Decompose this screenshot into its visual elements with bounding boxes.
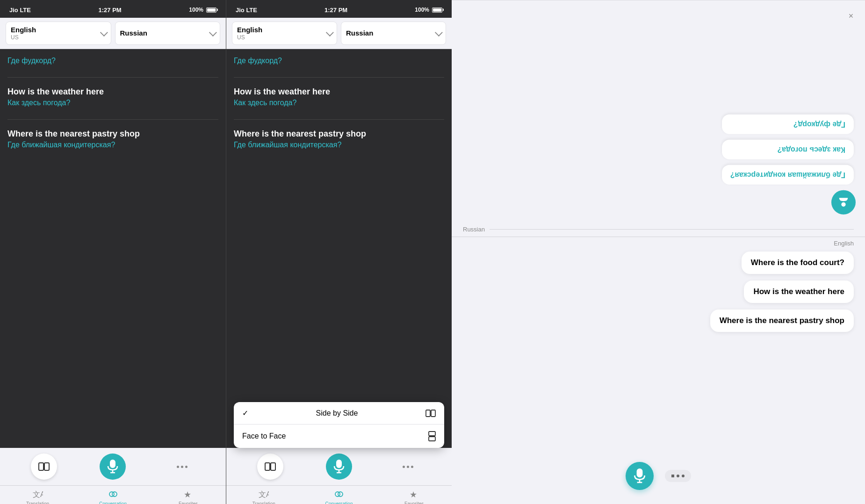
svg-rect-12 <box>429 437 435 441</box>
status-bar-1: Jio LTE 1:27 PM 100% <box>0 0 226 18</box>
tab-translation-label-1: Translation <box>26 501 49 504</box>
svg-rect-11 <box>429 432 435 436</box>
tab-bar-2: 文A Translation Conversation ★ Favorites <box>226 485 452 504</box>
close-button[interactable]: × <box>844 9 858 22</box>
svg-point-20 <box>338 492 343 497</box>
tab-favorites-2[interactable]: ★ Favorites <box>376 489 452 504</box>
lang-to-name-2: Russian <box>346 29 432 37</box>
english-bubble-2: How is the weather here <box>744 281 854 303</box>
msg-block-2-2: Where is the nearest pastry shop Где бли… <box>234 129 444 161</box>
status-left-1: Jio LTE <box>9 7 31 14</box>
favorites-icon-1: ★ <box>183 489 194 500</box>
translation-icon-2: 文A <box>258 489 269 500</box>
svg-rect-13 <box>265 463 270 470</box>
russian-label: Russian <box>463 226 485 233</box>
face-to-face-icon <box>428 431 436 441</box>
side-by-side-icon <box>425 410 436 417</box>
dot3 <box>682 475 685 477</box>
face-to-face-panel: × Где ближайшая кондитерская? Как здесь … <box>452 0 865 504</box>
popup-item-face-to-face[interactable]: Face to Face <box>234 425 444 448</box>
msg-russian-2-0: Где фудкорд? <box>234 57 444 65</box>
svg-text:★: ★ <box>184 490 191 499</box>
mic-button-face[interactable] <box>626 462 654 490</box>
popup-check-1: ✓ <box>242 409 248 418</box>
ellipsis-icon-2 <box>403 466 413 468</box>
face-controls <box>452 462 865 490</box>
more-button-2[interactable] <box>395 454 421 480</box>
more-button-1[interactable] <box>169 454 195 480</box>
svg-text:文A: 文A <box>259 490 269 498</box>
lang-to-selector-2[interactable]: Russian <box>341 22 446 45</box>
msg-russian-1-0: Где фудкорд? <box>7 57 218 65</box>
battery-icon-1 <box>206 7 216 13</box>
svg-rect-0 <box>39 463 43 470</box>
mic-icon-1 <box>107 460 118 474</box>
mic-button-1[interactable] <box>100 454 126 480</box>
lang-from-name-2: English <box>237 26 324 34</box>
lang-from-selector-2[interactable]: English US <box>232 22 337 45</box>
svg-rect-10 <box>431 410 435 417</box>
popup-menu-2: ✓ Side by Side Face to Face <box>234 402 444 448</box>
ellipsis-icon-1 <box>177 466 187 468</box>
russian-section: Где ближайшая кондитерская? Как здесь по… <box>452 0 865 222</box>
chevron-down-icon-4[interactable] <box>435 29 443 36</box>
chevron-down-icon-1[interactable] <box>100 29 108 36</box>
view-mode-button-1[interactable] <box>31 454 57 480</box>
person-icon <box>837 196 850 209</box>
time-1: 1:27 PM <box>99 7 122 14</box>
content-area-1: Где фудкорд? How is the weather here Как… <box>0 49 226 178</box>
avatar-russian <box>831 190 856 215</box>
divider-inner: Russian <box>463 226 854 233</box>
msg-block-1-2: Where is the nearest pastry shop Где бли… <box>7 129 218 161</box>
english-bubble-3: Where is the nearest pastry shop <box>710 310 854 332</box>
svg-point-22 <box>841 202 845 207</box>
english-label: English <box>452 237 865 247</box>
favorites-icon-2: ★ <box>409 489 420 500</box>
carrier-2: Jio LTE <box>236 7 257 14</box>
phone-panel-1: Jio LTE 1:27 PM 100% English US Russian … <box>0 0 226 504</box>
divider-line <box>490 229 854 230</box>
chevron-down-icon-3[interactable] <box>326 29 334 36</box>
msg-russian-2-1: Как здесь погода? <box>234 99 444 107</box>
tab-favorites-1[interactable]: ★ Favorites <box>151 489 226 504</box>
tab-favorites-label-2: Favorites <box>404 501 424 504</box>
lang-header-2: English US Russian <box>226 18 452 49</box>
svg-rect-1 <box>44 463 49 470</box>
popup-item-side-by-side[interactable]: ✓ Side by Side <box>234 402 444 425</box>
tab-bar-1: 文A Translation Conversation ★ Favorites <box>0 485 226 504</box>
status-right-2: 100% <box>415 7 442 13</box>
svg-rect-9 <box>426 410 430 417</box>
msg-block-1-0: Где фудкорд? <box>7 57 218 78</box>
lang-to-text-1: Russian <box>120 29 207 37</box>
msg-english-2-2: Where is the nearest pastry shop <box>234 129 444 139</box>
bottom-bar-1: 文A Translation Conversation ★ Favorites <box>0 448 226 504</box>
divider-area: Russian <box>452 222 865 237</box>
lang-to-text-2: Russian <box>346 29 432 37</box>
tab-translation-1[interactable]: 文A Translation <box>0 489 75 504</box>
tab-conversation-1[interactable]: Conversation <box>75 489 151 504</box>
battery-pct-1: 100% <box>189 7 203 13</box>
content-area-2: Где фудкорд? How is the weather here Как… <box>226 49 452 178</box>
tab-translation-label-2: Translation <box>252 501 275 504</box>
time-2: 1:27 PM <box>324 7 347 14</box>
grid-icon-1 <box>38 462 50 471</box>
more-button-face[interactable] <box>665 470 691 482</box>
chevron-down-icon-2[interactable] <box>209 29 217 36</box>
russian-bubble-3: Где фудкорд? <box>722 115 854 134</box>
tab-conversation-2[interactable]: Conversation <box>302 489 377 504</box>
tab-translation-2[interactable]: 文A Translation <box>226 489 302 504</box>
battery-icon-2 <box>432 7 442 13</box>
bottom-controls-1 <box>0 448 226 485</box>
lang-to-selector-1[interactable]: Russian <box>115 22 221 45</box>
lang-from-text-2: English US <box>237 26 324 41</box>
svg-text:★: ★ <box>410 490 417 499</box>
lang-header-1: English US Russian <box>0 18 226 49</box>
mic-button-2[interactable] <box>326 454 352 480</box>
view-mode-button-2[interactable] <box>257 454 283 480</box>
msg-russian-1-1: Как здесь погода? <box>7 99 218 107</box>
lang-from-name-1: English <box>11 26 98 34</box>
lang-from-selector-1[interactable]: English US <box>6 22 111 45</box>
russian-bubble-1: Где ближайшая кондитерская? <box>722 165 854 185</box>
svg-rect-15 <box>336 460 342 468</box>
mic-icon-face <box>634 468 646 483</box>
